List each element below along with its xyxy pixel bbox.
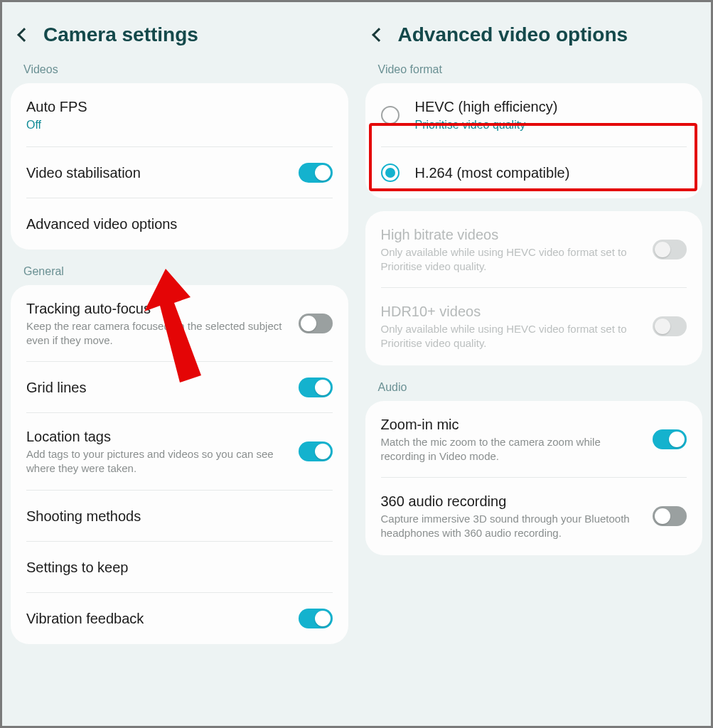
toggle-360-audio[interactable]	[653, 506, 687, 526]
row-hdr10: HDR10+ videos Only available while using…	[365, 288, 703, 365]
row-title: Tracking auto-focus	[26, 299, 291, 318]
card-audio: Zoom-in mic Match the mic zoom to the ca…	[365, 401, 703, 555]
row-360-audio[interactable]: 360 audio recording Capture immersive 3D…	[365, 478, 703, 555]
toggle-hdr10	[653, 316, 687, 336]
row-title: HDR10+ videos	[381, 302, 646, 321]
row-zoom-in-mic[interactable]: Zoom-in mic Match the mic zoom to the ca…	[365, 401, 703, 478]
row-title: Settings to keep	[26, 558, 326, 577]
row-hevc[interactable]: HEVC (high efficiency) Prioritise video …	[365, 83, 703, 147]
section-label-video-format: Video format	[357, 60, 712, 83]
card-general: Tracking auto-focus Keep the rear camera…	[11, 285, 348, 644]
row-title: Vibration feedback	[26, 609, 291, 628]
row-title: H.264 (most compatible)	[415, 164, 680, 182]
card-video-format: HEVC (high efficiency) Prioritise video …	[365, 83, 703, 198]
back-icon[interactable]	[17, 28, 31, 42]
header: Advanced video options	[357, 2, 712, 60]
row-location-tags[interactable]: Location tags Add tags to your pictures …	[11, 413, 348, 491]
page-title: Camera settings	[43, 23, 198, 46]
toggle-tracking-auto-focus[interactable]	[299, 314, 333, 333]
row-sub: Capture immersive 3D sound through your …	[381, 512, 646, 541]
header: Camera settings	[2, 2, 357, 60]
section-label-general: General	[2, 262, 357, 285]
toggle-high-bitrate	[653, 240, 687, 259]
toggle-location-tags[interactable]	[299, 441, 333, 461]
row-title: Location tags	[26, 427, 291, 446]
toggle-vibration-feedback[interactable]	[299, 609, 333, 628]
row-sub: Keep the rear camera focused on the sele…	[26, 319, 291, 348]
row-title: High bitrate videos	[381, 225, 646, 244]
row-video-stabilisation[interactable]: Video stabilisation	[11, 147, 348, 198]
section-label-audio: Audio	[357, 378, 712, 401]
section-label-videos: Videos	[2, 60, 357, 83]
row-high-bitrate: High bitrate videos Only available while…	[365, 211, 703, 289]
card-video-features: High bitrate videos Only available while…	[365, 211, 703, 365]
row-title: Zoom-in mic	[381, 415, 646, 434]
panel-camera-settings: Camera settings Videos Auto FPS Off Vide…	[2, 2, 357, 726]
row-shooting-methods[interactable]: Shooting methods	[11, 491, 348, 542]
row-vibration-feedback[interactable]: Vibration feedback	[11, 593, 348, 644]
page-title: Advanced video options	[398, 23, 628, 46]
radio-h264[interactable]	[381, 164, 400, 182]
row-title: Advanced video options	[26, 215, 326, 233]
toggle-video-stabilisation[interactable]	[299, 163, 333, 183]
row-title: Video stabilisation	[26, 164, 291, 182]
row-sub: Match the mic zoom to the camera zoom wh…	[381, 435, 646, 464]
row-sub: Only available while using HEVC video fo…	[381, 245, 646, 274]
row-title: HEVC (high efficiency)	[415, 97, 680, 116]
row-sub: Add tags to your pictures and videos so …	[26, 447, 291, 476]
row-title: Shooting methods	[26, 507, 326, 525]
back-icon[interactable]	[372, 28, 386, 42]
row-tracking-auto-focus[interactable]: Tracking auto-focus Keep the rear camera…	[11, 285, 348, 363]
row-title: 360 audio recording	[381, 492, 646, 510]
row-grid-lines[interactable]: Grid lines	[11, 362, 348, 413]
radio-hevc[interactable]	[381, 106, 400, 124]
toggle-zoom-in-mic[interactable]	[653, 429, 687, 449]
row-sub: Only available while using HEVC video fo…	[381, 322, 646, 351]
card-videos: Auto FPS Off Video stabilisation Advance…	[11, 83, 348, 250]
row-sub: Off	[26, 117, 326, 133]
panel-advanced-video-options: Advanced video options Video format HEVC…	[357, 2, 712, 726]
row-h264[interactable]: H.264 (most compatible)	[365, 147, 703, 198]
row-auto-fps[interactable]: Auto FPS Off	[11, 83, 348, 147]
row-title: Auto FPS	[26, 97, 326, 116]
row-sub: Prioritise video quality	[415, 117, 680, 133]
row-advanced-video-options[interactable]: Advanced video options	[11, 198, 348, 250]
toggle-grid-lines[interactable]	[299, 378, 333, 397]
row-settings-to-keep[interactable]: Settings to keep	[11, 542, 348, 593]
row-title: Grid lines	[26, 378, 291, 397]
